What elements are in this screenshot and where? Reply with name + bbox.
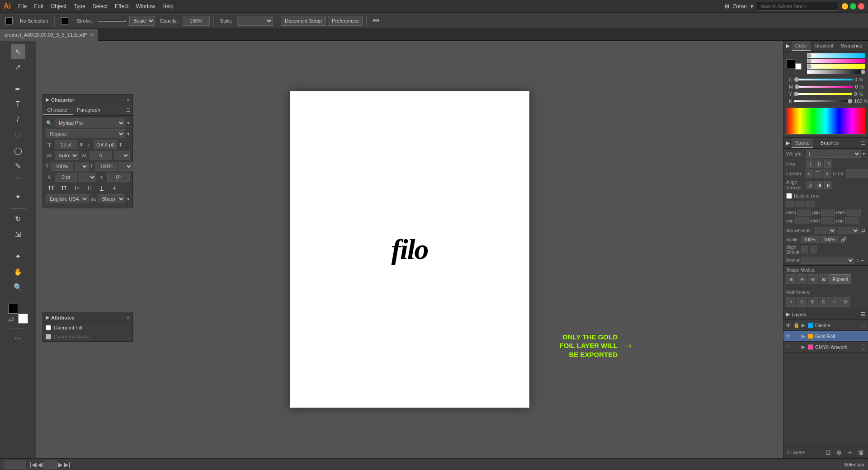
horizontal-scale-unit[interactable] xyxy=(119,162,133,171)
pencil-tool[interactable]: ✎ xyxy=(11,159,25,173)
foreground-color-box[interactable] xyxy=(786,59,795,68)
align-inside[interactable]: ◑ xyxy=(815,181,823,189)
tab-swatches[interactable]: Swatches xyxy=(837,41,866,51)
kerning-select[interactable]: Auto xyxy=(55,151,79,160)
user-dropdown-icon[interactable]: ▾ xyxy=(750,3,753,9)
type-tool[interactable]: T xyxy=(11,97,25,112)
last-page-button[interactable]: ▶| xyxy=(64,461,71,468)
gold-foil-visibility-icon[interactable]: 👁 xyxy=(785,333,792,339)
font-style-select[interactable]: Regular xyxy=(46,129,125,138)
horizontal-scale-input[interactable] xyxy=(95,162,118,171)
flip-profile-icon[interactable]: ↕ xyxy=(856,257,859,263)
dash-input-2[interactable] xyxy=(847,209,861,216)
cap-square[interactable]: ⊓ xyxy=(824,160,832,168)
menu-select[interactable]: Select xyxy=(89,0,111,13)
dash-input-3[interactable] xyxy=(821,217,835,224)
align-outside[interactable]: ◐ xyxy=(824,181,832,189)
maximize-button[interactable] xyxy=(850,3,856,9)
color-spectrum-bar[interactable] xyxy=(786,108,865,135)
ellipse-tool[interactable]: ◯ xyxy=(11,143,25,158)
cap-butt[interactable]: | xyxy=(806,160,814,168)
adobe-stock-search[interactable] xyxy=(757,2,838,11)
corner-bevel[interactable]: /\ xyxy=(823,169,831,178)
tab-gradient[interactable]: Gradient xyxy=(811,41,837,51)
flip-profile-h-icon[interactable]: ↔ xyxy=(860,257,865,263)
unite-button[interactable]: ⊕ xyxy=(786,274,796,284)
tracking-unit[interactable] xyxy=(114,151,130,160)
scale-start-input[interactable] xyxy=(801,236,819,243)
pen-tool[interactable]: ✒ xyxy=(11,82,25,96)
y-channel-slider[interactable] xyxy=(807,64,865,69)
overprint-stroke-checkbox[interactable] xyxy=(46,334,51,339)
menu-object[interactable]: Object xyxy=(47,0,70,13)
cap-round[interactable]: )) xyxy=(815,160,823,168)
page-number-input[interactable]: 1 xyxy=(43,461,57,469)
first-page-button[interactable]: |◀ xyxy=(30,461,37,468)
fill-swatch[interactable] xyxy=(5,17,13,24)
dashed-line-checkbox[interactable] xyxy=(786,193,792,199)
font-style-arrow[interactable]: ▾ xyxy=(127,131,130,137)
dashed-preset-2[interactable] xyxy=(796,201,805,207)
trim-button[interactable]: ⊟ xyxy=(797,297,807,307)
expand-button[interactable]: Expand xyxy=(830,274,851,284)
superscript-button[interactable]: T2 xyxy=(71,183,82,193)
m-channel-slider[interactable] xyxy=(807,59,865,63)
antialias-arrow[interactable]: ▾ xyxy=(127,196,130,202)
blob-tool[interactable]: ✦ xyxy=(11,189,25,204)
direct-select-tool[interactable]: ↗ xyxy=(11,60,25,74)
swap-arrowheads-icon[interactable]: ⇄ xyxy=(861,228,865,234)
character-panel-menu[interactable]: ☰ xyxy=(126,107,131,115)
prev-page-button[interactable]: ◀ xyxy=(38,461,42,468)
align-path-button[interactable]: → xyxy=(810,246,817,254)
dieline-visibility-icon[interactable]: 👁 xyxy=(785,322,792,329)
exclude-button[interactable]: ⊠ xyxy=(819,274,829,284)
background-color[interactable] xyxy=(18,314,28,324)
rectangle-tool[interactable]: □ xyxy=(11,128,25,142)
document-tab-close[interactable]: × xyxy=(90,29,94,41)
menu-help[interactable]: Help xyxy=(159,0,177,13)
limit-input[interactable] xyxy=(846,169,868,178)
k-channel-slider[interactable] xyxy=(807,70,865,74)
all-caps-button[interactable]: TT xyxy=(46,183,57,193)
profile-select[interactable] xyxy=(801,257,854,264)
dieline-arrow-icon[interactable]: ▶ xyxy=(802,323,806,328)
background-color-box[interactable] xyxy=(795,63,802,70)
arrange-icon[interactable]: ⊞▾ xyxy=(370,17,382,24)
k-slider[interactable] xyxy=(794,100,852,102)
minimize-button[interactable] xyxy=(842,3,848,9)
vertical-scale-unit[interactable] xyxy=(75,162,89,171)
eyedropper-tool[interactable]: ✦ xyxy=(11,249,25,263)
subscript-button[interactable]: T2 xyxy=(84,183,94,193)
strikethrough-button[interactable]: T xyxy=(109,183,120,193)
scale-tool[interactable]: ⇲ xyxy=(11,227,25,241)
c-channel-slider[interactable] xyxy=(807,53,865,58)
m-slider[interactable] xyxy=(795,86,853,88)
menu-file[interactable]: File xyxy=(14,0,30,13)
menu-type[interactable]: Type xyxy=(70,0,89,13)
link-scales-icon[interactable]: 🔗 xyxy=(840,237,847,243)
language-select[interactable]: English: USA xyxy=(46,194,89,203)
vertical-scale-input[interactable] xyxy=(51,162,73,171)
overprint-fill-checkbox[interactable] xyxy=(46,325,51,330)
dashed-preset-3[interactable] xyxy=(806,201,815,207)
tab-stroke[interactable]: Stroke xyxy=(792,138,813,148)
delete-layer-button[interactable]: 🗑 xyxy=(856,448,865,457)
align-tip-button[interactable]: ← xyxy=(801,246,808,254)
weight-arrow[interactable]: ▾ xyxy=(863,151,865,157)
zoom-input[interactable]: 52.85% xyxy=(4,461,26,469)
font-family-select[interactable]: Myriad Pro xyxy=(55,118,125,127)
stroke-panel-menu[interactable]: ☰ xyxy=(861,140,865,146)
leading-stepper[interactable]: ⬍ xyxy=(118,142,123,148)
c-slider[interactable] xyxy=(794,79,853,80)
stroke-style-dropdown[interactable] xyxy=(237,16,273,26)
tab-color[interactable]: Color xyxy=(792,41,811,51)
crop-button[interactable]: ⊡ xyxy=(819,297,829,307)
underline-button[interactable]: T xyxy=(96,183,107,193)
foreground-color[interactable] xyxy=(8,304,18,314)
attributes-panel-close[interactable]: × xyxy=(127,315,130,321)
character-panel-collapse-icon[interactable]: ▶ xyxy=(46,97,49,103)
document-tab[interactable]: product_A60.20.00.03_3_3_11.5.pdf* × xyxy=(0,29,98,41)
dashed-preset-1[interactable] xyxy=(786,201,795,207)
selection-tool[interactable]: ↖ xyxy=(11,44,25,59)
line-tool[interactable]: / xyxy=(11,113,25,127)
